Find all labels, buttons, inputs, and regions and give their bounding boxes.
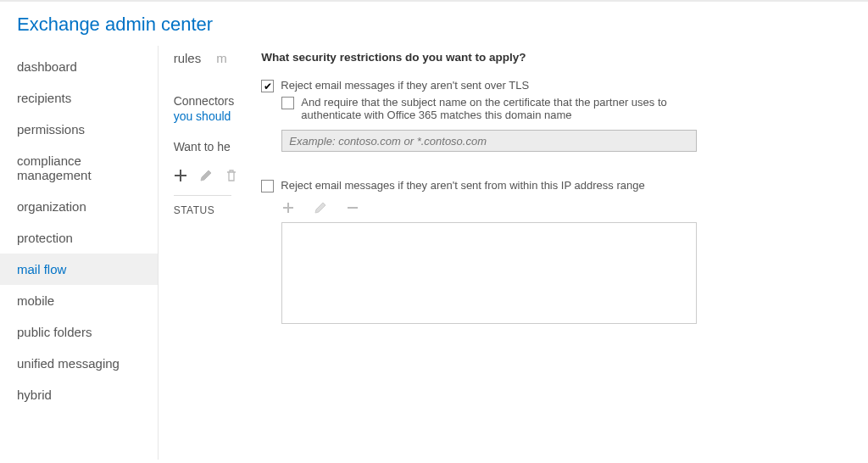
delete-icon[interactable] [225, 169, 238, 185]
ip-add-icon[interactable] [281, 201, 295, 217]
want-to-text: Want to he [174, 140, 243, 153]
tab-rules[interactable]: rules [174, 51, 202, 65]
ip-range-listbox[interactable] [281, 222, 697, 324]
sidebar-item-mail-flow[interactable]: mail flow [0, 254, 158, 285]
add-icon[interactable] [174, 169, 187, 185]
sidebar-item-organization[interactable]: organization [0, 191, 158, 222]
connectors-heading: Connectors [174, 94, 243, 108]
domain-name-input[interactable] [281, 130, 697, 152]
ip-remove-icon[interactable] [346, 201, 359, 217]
sidebar-item-mobile[interactable]: mobile [0, 285, 158, 316]
ip-edit-icon[interactable] [314, 201, 327, 217]
sidebar-item-public-folders[interactable]: public folders [0, 316, 158, 348]
sidebar: dashboard recipients permissions complia… [0, 46, 159, 460]
tab-more[interactable]: m [216, 51, 227, 65]
mid-column: rules m Connectors you should Want to he… [159, 46, 243, 460]
sidebar-item-dashboard[interactable]: dashboard [0, 51, 158, 82]
edit-icon[interactable] [199, 169, 213, 185]
main-panel: What security restrictions do you want t… [242, 46, 717, 460]
sidebar-item-compliance[interactable]: compliance management [0, 145, 158, 191]
sidebar-item-recipients[interactable]: recipients [0, 82, 158, 114]
status-label: STATUS [174, 204, 243, 216]
sidebar-item-hybrid[interactable]: hybrid [0, 379, 158, 410]
ip-toolbar [281, 201, 697, 217]
checkbox-require-domain[interactable] [281, 97, 294, 109]
checkbox-reject-tls[interactable] [261, 80, 274, 92]
connectors-link[interactable]: you should [174, 109, 243, 123]
checkbox-reject-tls-label: Reject email messages if they aren't sen… [281, 79, 529, 92]
checkbox-reject-ip[interactable] [261, 180, 274, 192]
app-title: Exchange admin center [0, 2, 868, 46]
sidebar-item-permissions[interactable]: permissions [0, 114, 158, 145]
checkbox-require-domain-label: And require that the subject name on the… [301, 96, 674, 121]
sidebar-item-unified-messaging[interactable]: unified messaging [0, 348, 158, 379]
sidebar-item-protection[interactable]: protection [0, 222, 158, 254]
page-question: What security restrictions do you want t… [261, 51, 697, 64]
checkbox-reject-ip-label: Reject email messages if they aren't sen… [281, 179, 644, 192]
connectors-toolbar [174, 169, 231, 196]
